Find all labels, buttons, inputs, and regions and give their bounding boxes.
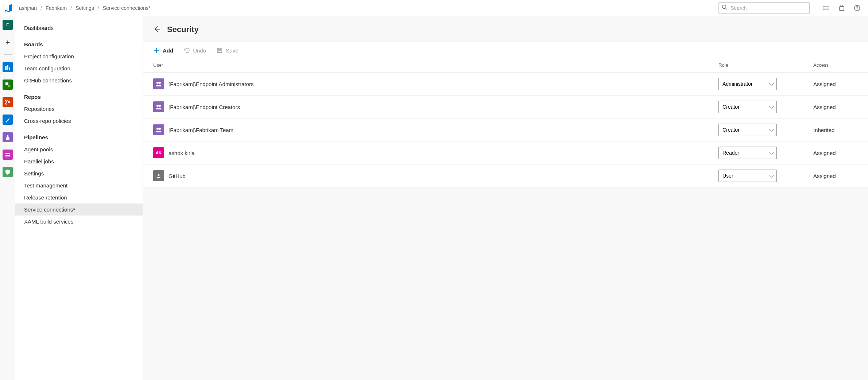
- user-name: [Fabrikam]\Fabrikam Team: [168, 127, 233, 133]
- toolbar: Add Undo Save: [143, 42, 868, 59]
- svg-point-10: [857, 9, 857, 9]
- undo-button: Undo: [183, 47, 206, 54]
- rail-add-button[interactable]: ＋: [4, 37, 11, 47]
- svg-point-27: [159, 82, 161, 84]
- sidebar-item-repositories[interactable]: Repositories: [15, 103, 143, 115]
- sidebar-item-test-management[interactable]: Test management: [15, 179, 143, 191]
- sidebar-section-pipelines: Pipelines: [15, 131, 143, 143]
- sidebar-item-release-retention[interactable]: Release retention: [15, 191, 143, 203]
- rail-security-icon[interactable]: [3, 167, 13, 177]
- svg-rect-11: [5, 66, 7, 70]
- svg-point-17: [5, 103, 7, 104]
- page-header: Security: [143, 16, 868, 42]
- rail-testplans-icon[interactable]: [3, 132, 13, 142]
- cell-access: Assigned: [813, 73, 868, 96]
- settings-sidebar: Dashboards Boards Project configuration …: [15, 16, 143, 380]
- svg-point-16: [5, 100, 7, 101]
- svg-line-1: [726, 8, 728, 10]
- svg-rect-24: [218, 48, 221, 50]
- undo-icon: [183, 47, 190, 54]
- add-button-label: Add: [163, 47, 173, 54]
- svg-rect-25: [218, 51, 221, 53]
- rail-project-tile[interactable]: F: [3, 20, 13, 30]
- topbar-actions: [823, 4, 861, 12]
- sidebar-item-agent-pools[interactable]: Agent pools: [15, 143, 143, 155]
- svg-point-0: [722, 5, 726, 9]
- rail-artifacts-icon[interactable]: [3, 150, 13, 160]
- cell-role: Administrator: [718, 73, 813, 96]
- sidebar-section-repos: Repos: [15, 91, 143, 103]
- sidebar-item-github-connections[interactable]: GitHub connections: [15, 74, 143, 86]
- breadcrumb-separator: /: [98, 5, 99, 11]
- cell-user: [Fabrikam]\Endpoint Administrators: [143, 73, 718, 96]
- help-icon[interactable]: [853, 4, 861, 12]
- sidebar-section-boards: Boards: [15, 38, 143, 50]
- breadcrumb-separator: /: [70, 5, 72, 11]
- sidebar-item-xaml-build-services[interactable]: XAML build services: [15, 216, 143, 228]
- marketplace-icon[interactable]: [838, 4, 845, 12]
- svg-point-31: [159, 128, 161, 130]
- avatar: [153, 124, 164, 135]
- cell-role: Creator: [718, 119, 813, 141]
- breadcrumb-item[interactable]: Fabrikam: [46, 5, 67, 11]
- main-content: Security Add Undo: [143, 16, 868, 380]
- back-arrow-icon[interactable]: [153, 26, 160, 34]
- list-icon[interactable]: [823, 4, 830, 12]
- breadcrumb-item[interactable]: ashjhan: [19, 5, 37, 11]
- breadcrumb-item[interactable]: Service connections*: [103, 5, 151, 11]
- sidebar-item-parallel-jobs[interactable]: Parallel jobs: [15, 155, 143, 167]
- undo-button-label: Undo: [193, 47, 206, 54]
- avatar: [153, 170, 164, 181]
- sidebar-item-team-configuration[interactable]: Team configuration: [15, 62, 143, 74]
- role-select[interactable]: Creator: [718, 101, 777, 113]
- svg-point-5: [823, 6, 824, 6]
- role-select[interactable]: Reader: [718, 147, 777, 159]
- plus-icon: [153, 47, 160, 54]
- role-select[interactable]: Creator: [718, 124, 777, 136]
- cell-user: [Fabrikam]\Endpoint Creators: [143, 96, 718, 119]
- cell-role: Creator: [718, 96, 813, 119]
- sidebar-item-dashboards[interactable]: Dashboards: [15, 22, 143, 34]
- breadcrumb: ashjhan / Fabrikam / Settings / Service …: [19, 5, 150, 11]
- role-select[interactable]: User: [718, 170, 777, 182]
- sidebar-item-cross-repo-policies[interactable]: Cross-repo policies: [15, 115, 143, 127]
- svg-point-6: [823, 8, 824, 8]
- sidebar-item-settings[interactable]: Settings: [15, 167, 143, 179]
- cell-access: Inherited: [813, 119, 868, 141]
- cell-role: Reader: [718, 141, 813, 164]
- svg-point-18: [8, 101, 10, 103]
- sidebar-item-service-connections[interactable]: Service connections*: [15, 203, 143, 216]
- cell-access: Assigned: [813, 164, 868, 187]
- search-icon: [722, 4, 728, 11]
- cell-user: GitHub: [143, 164, 718, 187]
- col-header-role: Role: [718, 59, 813, 73]
- cell-access: Assigned: [813, 96, 868, 119]
- nav-rail: F ＋: [0, 16, 15, 380]
- avatar: [153, 78, 164, 89]
- rail-workitems-icon[interactable]: [3, 80, 13, 90]
- svg-rect-20: [5, 155, 10, 156]
- save-button: Save: [216, 47, 238, 54]
- rail-pipelines-icon[interactable]: [3, 115, 13, 125]
- svg-rect-19: [5, 153, 10, 154]
- search-box[interactable]: [718, 2, 810, 14]
- svg-point-15: [8, 85, 10, 88]
- sidebar-item-project-configuration[interactable]: Project configuration: [15, 50, 143, 62]
- topbar: ashjhan / Fabrikam / Settings / Service …: [0, 0, 868, 16]
- svg-rect-14: [5, 82, 8, 85]
- col-header-access: Access: [813, 59, 868, 73]
- rail-repos-icon[interactable]: [3, 97, 13, 107]
- security-table: User Role Access [Fabrikam]\Endpoint Adm…: [143, 59, 868, 187]
- role-select[interactable]: Administrator: [718, 78, 777, 90]
- breadcrumb-item[interactable]: Settings: [75, 5, 94, 11]
- search-input[interactable]: [731, 5, 806, 11]
- cell-role: User: [718, 164, 813, 187]
- svg-point-7: [823, 9, 824, 10]
- save-icon: [216, 47, 223, 54]
- azure-devops-logo-icon[interactable]: [4, 4, 13, 12]
- add-button[interactable]: Add: [153, 47, 173, 54]
- cell-user: AK ashok kirla: [143, 141, 718, 164]
- page-title: Security: [167, 25, 199, 34]
- rail-boards-icon[interactable]: [3, 62, 13, 72]
- breadcrumb-separator: /: [40, 5, 42, 11]
